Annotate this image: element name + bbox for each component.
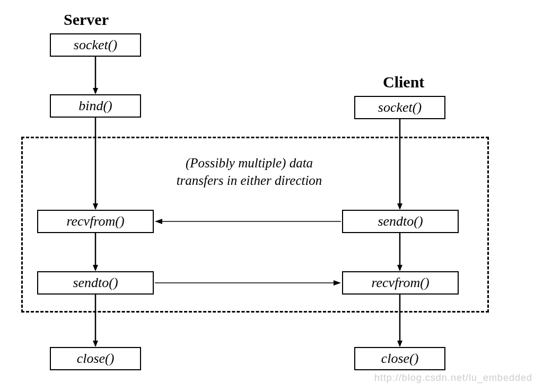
- server-bind-box: bind(): [50, 94, 141, 118]
- region-label-line1: (Possibly multiple) data: [186, 156, 313, 170]
- client-close-box: close(): [354, 347, 445, 370]
- server-title: Server: [64, 11, 109, 29]
- region-label-line2: transfers in either direction: [177, 173, 322, 188]
- region-label: (Possibly multiple) data transfers in ei…: [159, 155, 339, 189]
- watermark: http://blog.csdn.net/lu_embedded: [374, 372, 532, 384]
- client-socket-box: socket(): [354, 96, 445, 119]
- client-title: Client: [383, 73, 424, 91]
- server-socket-box: socket(): [50, 33, 141, 57]
- server-close-box: close(): [50, 347, 141, 370]
